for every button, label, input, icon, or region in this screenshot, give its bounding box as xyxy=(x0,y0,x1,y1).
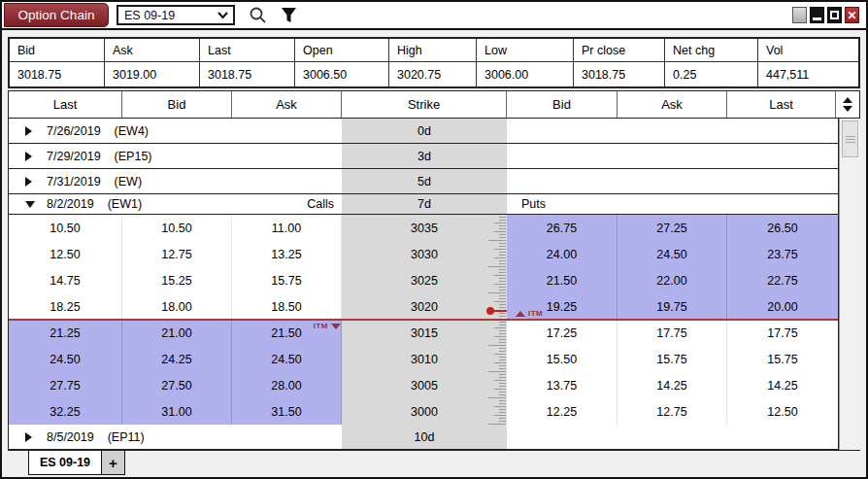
scroll-up-icon[interactable] xyxy=(843,97,852,103)
cell-put-bid[interactable]: 21.50 xyxy=(507,267,618,293)
cell-call-bid[interactable]: 18.00 xyxy=(122,293,232,320)
days-to-expiry: 7d xyxy=(342,194,507,214)
option-chain-window: Option Chain ES 09-19 ✕ Bid Ask Last Ope… xyxy=(0,0,868,479)
cell-call-bid[interactable]: 31.00 xyxy=(122,398,232,425)
cell-strike[interactable]: 3025 xyxy=(342,267,507,293)
cell-call-bid[interactable]: 24.25 xyxy=(122,346,232,372)
cell-call-ask[interactable]: 15.75 xyxy=(232,267,342,293)
cell-put-bid[interactable]: 12.25 xyxy=(507,398,618,425)
symbol-select[interactable]: ES 09-19 xyxy=(117,5,235,25)
filter-icon[interactable] xyxy=(281,7,297,24)
cell-call-bid[interactable]: 10.50 xyxy=(122,215,232,241)
cell-put-last[interactable]: 14.25 xyxy=(727,372,838,398)
expiration-row-7-29[interactable]: 7/29/2019 (EP15) 3d xyxy=(9,144,839,169)
cell-strike[interactable]: 3000 xyxy=(342,398,507,425)
expiration-row-8-2-expanded[interactable]: 8/2/2019 (EW1) Calls 7d Puts xyxy=(9,194,839,215)
collapse-arrow-icon[interactable] xyxy=(25,201,39,208)
cell-call-last[interactable]: 27.75 xyxy=(9,372,122,398)
cell-call-bid[interactable]: 27.50 xyxy=(122,372,232,398)
cell-put-bid[interactable]: 26.75 xyxy=(507,215,618,241)
tab-bar: ES 09-19 + xyxy=(8,451,860,476)
cell-call-ask[interactable]: 13.25 xyxy=(232,241,342,267)
expiration-row-8-5[interactable]: 8/5/2019 (EP11) 10d xyxy=(9,425,839,450)
cell-put-last[interactable]: 22.75 xyxy=(727,267,838,293)
cell-put-ask[interactable]: 24.50 xyxy=(618,241,727,267)
cell-strike[interactable]: 3020 xyxy=(342,293,507,320)
maximize-icon xyxy=(830,11,839,19)
cell-put-last[interactable]: 20.00 xyxy=(727,293,838,320)
quote-header-ask: Ask xyxy=(105,39,200,62)
itm-puts-label: ITM xyxy=(528,309,543,318)
cell-put-last[interactable]: 12.50 xyxy=(727,398,838,425)
cell-put-bid[interactable]: 15.50 xyxy=(507,346,618,372)
expander-arrow-icon[interactable] xyxy=(25,152,39,161)
expiration-row-7-31[interactable]: 7/31/2019 (EW) 5d xyxy=(9,169,839,194)
cell-call-last[interactable]: 32.25 xyxy=(9,398,122,425)
cell-call-last[interactable]: 18.25 xyxy=(9,293,122,320)
quote-header-prclose: Pr close xyxy=(574,39,665,62)
last-price-dash-icon xyxy=(493,310,507,312)
cell-call-last[interactable]: 10.50 xyxy=(9,215,122,241)
cell-put-last[interactable]: 26.50 xyxy=(727,215,838,241)
scroll-down-icon[interactable] xyxy=(843,106,852,112)
cell-put-bid[interactable]: 24.00 xyxy=(507,241,618,267)
quote-header-open: Open xyxy=(295,39,389,62)
cell-strike[interactable]: 3010 xyxy=(342,346,507,372)
cell-call-last[interactable]: 24.50 xyxy=(9,346,122,372)
expander-arrow-icon[interactable] xyxy=(25,126,39,136)
cell-put-bid[interactable]: 13.75 xyxy=(507,372,618,398)
cell-put-ask[interactable]: 15.75 xyxy=(618,346,727,372)
cell-strike[interactable]: 3030 xyxy=(342,241,507,267)
cell-call-ask[interactable]: 24.50 xyxy=(232,346,342,372)
add-tab-button[interactable]: + xyxy=(101,451,125,475)
expander-arrow-icon[interactable] xyxy=(25,177,39,187)
cell-put-ask[interactable]: 17.75 xyxy=(618,320,727,346)
cell-strike[interactable]: 3015 xyxy=(342,320,507,346)
scroll-arrow-box xyxy=(836,91,859,118)
itm-up-triangle-icon xyxy=(516,311,525,317)
cell-call-last[interactable]: 21.25 xyxy=(9,320,122,346)
cell-put-last[interactable]: 23.75 xyxy=(727,241,838,267)
cell-call-bid[interactable]: 15.25 xyxy=(122,267,232,293)
window-title-label: Option Chain xyxy=(18,8,95,22)
maximize-button[interactable] xyxy=(827,7,842,23)
blank-window-button[interactable] xyxy=(792,7,807,23)
quote-value-low: 3006.00 xyxy=(477,62,574,86)
cell-put-ask[interactable]: 22.00 xyxy=(618,267,727,293)
itm-puts-marker: ITM xyxy=(516,309,543,318)
cell-put-last[interactable]: 17.75 xyxy=(727,320,838,346)
cell-call-bid[interactable]: 21.00 xyxy=(122,320,232,346)
col-header-call-ask: Ask xyxy=(232,91,342,118)
strike-row-3000: 32.2531.0031.50300012.2512.7512.50 xyxy=(9,398,838,425)
cell-put-ask[interactable]: 12.75 xyxy=(618,398,727,425)
quote-value-ask: 3019.00 xyxy=(105,62,200,86)
vertical-scrollbar[interactable] xyxy=(839,119,860,450)
expiration-row-7-26[interactable]: 7/26/2019 (EW4) 0d xyxy=(9,119,839,144)
cell-put-ask[interactable]: 19.75 xyxy=(618,293,727,320)
cell-put-ask[interactable]: 14.25 xyxy=(618,372,727,398)
cell-put-last[interactable]: 15.75 xyxy=(727,346,838,372)
quote-value-vol: 447,511 xyxy=(758,62,858,86)
expiration-date: 8/5/2019 xyxy=(47,430,94,444)
scrollbar-thumb[interactable] xyxy=(842,120,858,157)
cell-call-last[interactable]: 12.50 xyxy=(9,241,122,267)
close-button[interactable]: ✕ xyxy=(845,7,859,23)
expiration-date: 7/31/2019 xyxy=(47,175,101,188)
cell-call-bid[interactable]: 12.75 xyxy=(122,241,232,267)
cell-put-ask[interactable]: 27.25 xyxy=(618,215,727,241)
cell-call-ask[interactable]: 28.00 xyxy=(232,372,342,398)
cell-put-bid[interactable]: 17.25 xyxy=(507,320,618,346)
cell-call-ask[interactable]: 31.50 xyxy=(232,398,342,425)
cell-strike[interactable]: 3005 xyxy=(342,372,507,398)
cell-call-last[interactable]: 14.75 xyxy=(9,267,122,293)
cell-call-ask[interactable]: 18.50 xyxy=(232,293,342,320)
search-icon[interactable] xyxy=(249,6,267,24)
minimize-button[interactable] xyxy=(810,7,824,23)
expiration-code: (EW4) xyxy=(115,124,149,138)
tab-es-09-19[interactable]: ES 09-19 xyxy=(28,451,102,475)
expander-arrow-icon[interactable] xyxy=(25,432,39,442)
cell-strike[interactable]: 3035 xyxy=(342,215,507,241)
cell-call-ask[interactable]: 11.00 xyxy=(232,215,342,241)
strike-row-3020: 18.2518.0018.50302019.2519.7520.00 xyxy=(9,293,838,320)
strike-row-3035: 10.5010.5011.00303526.7527.2526.50 xyxy=(9,215,838,241)
